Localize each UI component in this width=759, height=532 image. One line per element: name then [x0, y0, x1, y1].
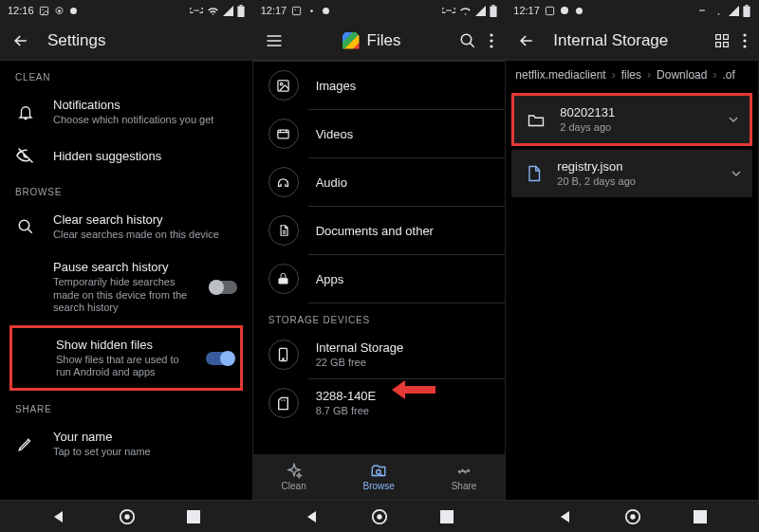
- svg-point-3: [70, 8, 77, 14]
- nav-label: Browse: [363, 481, 395, 491]
- nav-label: Clean: [282, 481, 306, 491]
- image-icon: [39, 6, 49, 16]
- item-label: Images: [316, 79, 357, 93]
- image-icon: [545, 6, 555, 16]
- images-icon: [268, 70, 299, 101]
- status-bar: 12:17: [253, 0, 506, 21]
- more-icon[interactable]: [743, 33, 747, 48]
- svg-rect-35: [716, 34, 721, 39]
- svg-rect-10: [293, 7, 301, 14]
- back-button[interactable]: [305, 509, 320, 524]
- storage-internal[interactable]: Internal Storage 22 GB free: [253, 331, 506, 378]
- gear-icon: [560, 6, 570, 16]
- menu-icon[interactable]: [265, 31, 284, 50]
- nav-browse[interactable]: Browse: [363, 463, 395, 491]
- phone-internal-storage: 12:17 Internal Storage netflix.mediaclie…: [506, 0, 759, 532]
- svg-rect-38: [724, 42, 729, 46]
- svg-rect-15: [492, 5, 495, 6]
- item-label: Your name: [53, 430, 237, 444]
- category-documents[interactable]: Documents and other: [253, 207, 506, 254]
- file-folder[interactable]: 80202131 2 days ago: [511, 93, 752, 146]
- item-label: Apps: [316, 272, 344, 286]
- item-sublabel: 20 B, 2 days ago: [557, 175, 718, 188]
- item-label: Notifications: [53, 98, 237, 112]
- settings-clear-history[interactable]: Clear search history Clear searches made…: [0, 203, 252, 250]
- phone-settings: 12:16 Settings CLEAN Notifications Choos…: [0, 0, 253, 532]
- svg-point-40: [743, 39, 746, 42]
- item-label: Clear search history: [53, 212, 237, 227]
- svg-point-31: [561, 7, 568, 14]
- svg-point-19: [491, 45, 493, 47]
- status-bar: 12:17: [506, 0, 758, 21]
- back-icon[interactable]: [517, 31, 536, 50]
- back-button[interactable]: [51, 509, 66, 524]
- back-button[interactable]: [558, 509, 573, 524]
- svg-point-26: [377, 470, 381, 475]
- crumb[interactable]: .of: [722, 68, 734, 82]
- home-button[interactable]: [624, 508, 641, 525]
- nav-clean[interactable]: Clean: [282, 463, 306, 491]
- sd-card-icon: [268, 388, 299, 418]
- svg-point-17: [491, 33, 493, 36]
- battery-icon: [237, 5, 245, 17]
- svg-rect-33: [743, 6, 750, 17]
- settings-your-name[interactable]: Your name Tap to set your name: [0, 420, 252, 468]
- chevron-right-icon: ›: [612, 68, 616, 82]
- svg-rect-37: [716, 42, 721, 46]
- item-sublabel: Tap to set your name: [53, 446, 237, 458]
- wifi-icon: [207, 6, 219, 15]
- svg-rect-9: [187, 510, 200, 523]
- item-sublabel: Choose which notifications you get: [53, 114, 237, 126]
- recent-button[interactable]: [187, 510, 200, 523]
- nav-share[interactable]: Share: [452, 463, 477, 491]
- chevron-down-icon[interactable]: [729, 117, 738, 122]
- category-audio[interactable]: Audio: [253, 158, 506, 206]
- settings-notifications[interactable]: Notifications Choose which notifications…: [0, 88, 252, 136]
- recent-button[interactable]: [694, 510, 707, 523]
- back-icon[interactable]: [11, 31, 30, 50]
- file-registry[interactable]: registry.json 20 B, 2 days ago: [511, 150, 752, 197]
- spacer-icon: [15, 277, 36, 298]
- home-button[interactable]: [371, 508, 388, 525]
- item-sublabel: 22 GB free: [316, 357, 491, 369]
- gear-icon: [54, 6, 65, 16]
- crumb[interactable]: Download: [657, 68, 707, 82]
- crumb[interactable]: netflix.mediaclient: [515, 68, 605, 82]
- link-icon: [442, 6, 455, 15]
- item-label: Pause search history: [53, 260, 192, 274]
- svg-point-1: [42, 9, 43, 9]
- more-icon[interactable]: [490, 33, 493, 48]
- status-time: 12:17: [261, 5, 287, 16]
- section-clean: CLEAN: [0, 61, 252, 88]
- battery-icon: [743, 5, 750, 17]
- settings-show-hidden[interactable]: Show hidden files Show files that are us…: [12, 330, 240, 386]
- settings-hidden-suggestions[interactable]: Hidden suggestions: [0, 136, 252, 175]
- chevron-down-icon[interactable]: [731, 171, 741, 176]
- search-icon[interactable]: [459, 32, 476, 49]
- category-videos[interactable]: Videos: [253, 110, 506, 157]
- phone-files: 12:17 Files Images: [253, 0, 507, 532]
- storage-sd[interactable]: 3288-140E 8.7 GB free: [253, 379, 506, 427]
- recent-button[interactable]: [440, 510, 454, 523]
- breadcrumb[interactable]: netflix.mediaclient › files › Download ›…: [506, 61, 758, 89]
- svg-point-13: [323, 8, 329, 14]
- pause-history-toggle[interactable]: [209, 281, 237, 294]
- home-button[interactable]: [119, 508, 136, 525]
- svg-rect-14: [491, 6, 497, 17]
- chevron-right-icon: ›: [713, 68, 716, 82]
- category-apps[interactable]: Apps: [253, 255, 506, 303]
- wifi-icon: [459, 6, 472, 15]
- app-bar: Settings: [0, 21, 252, 61]
- item-label: Show hidden files: [56, 338, 189, 352]
- category-images[interactable]: Images: [253, 62, 506, 109]
- signal-icon: [729, 6, 739, 16]
- wifi-icon: [713, 6, 725, 15]
- svg-rect-5: [239, 5, 242, 6]
- show-hidden-toggle[interactable]: [206, 352, 234, 365]
- item-sublabel: 8.7 GB free: [316, 405, 491, 417]
- grid-view-icon[interactable]: [714, 33, 730, 48]
- circle-icon: [322, 7, 330, 15]
- settings-pause-history[interactable]: Pause search history Temporarily hide se…: [0, 250, 252, 323]
- crumb[interactable]: files: [621, 68, 641, 82]
- apps-icon: [268, 264, 299, 294]
